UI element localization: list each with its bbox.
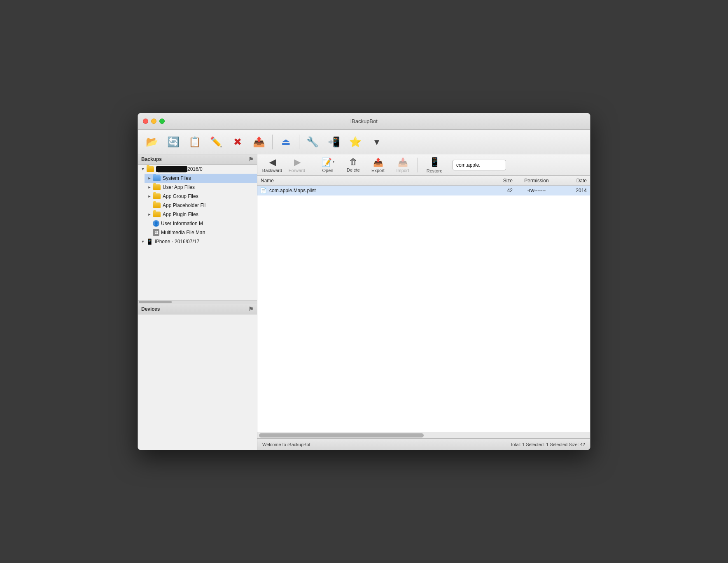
open-folder-button[interactable]: 📂 (142, 132, 162, 152)
sidebar-item-system-files[interactable]: ► System Files (145, 174, 257, 183)
file-table: Name Size Permission Date 📄 com.apple.Ma… (257, 176, 590, 438)
folder-yellow-icon-app-group (153, 193, 161, 200)
forward-button[interactable]: ▶ Forward (285, 157, 308, 173)
pencil-button[interactable]: ✏️ (206, 132, 226, 152)
maximize-button[interactable] (159, 119, 165, 124)
open-file-icon: 📝 (322, 157, 332, 167)
col-header-size: Size (491, 178, 516, 184)
transfer-button[interactable]: 📤 (249, 132, 269, 152)
content-sep-1 (312, 158, 312, 172)
devices-label: Devices (141, 306, 160, 312)
pencil-icon: ✏️ (210, 137, 222, 147)
backups-label: Backups (141, 156, 162, 162)
user-app-files-label: User App Files (163, 184, 195, 190)
more-button[interactable]: ▾ (367, 132, 387, 152)
file-table-header: Name Size Permission Date (257, 176, 590, 186)
forward-arrow-icon: ▶ (294, 157, 300, 167)
table-row[interactable]: 📄 com.apple.Maps.plist 42 -rw------- 201… (257, 186, 590, 195)
open-label: Open (322, 168, 334, 173)
disclosure-backup1: ▼ (140, 166, 146, 172)
status-right: Total: 1 Selected: 1 Selected Size: 42 (510, 442, 585, 447)
window-controls (143, 119, 165, 124)
file-permission: -rw------- (516, 188, 557, 193)
refresh-icon: 🔄 (167, 137, 180, 147)
app-plugin-files-label: App Plugin Files (163, 212, 198, 217)
transfer-icon: 📤 (253, 137, 265, 147)
pin-icon[interactable]: ⚑ (248, 156, 254, 163)
export-icon: 📤 (373, 157, 383, 167)
sidebar-item-app-group-files[interactable]: ► App Group Files (145, 192, 257, 201)
main-area: Backups ⚑ ▼ ████████ 2016/0 ► (138, 154, 590, 450)
copy-button[interactable]: 📋 (185, 132, 205, 152)
devices-area (138, 314, 257, 450)
open-button[interactable]: 📝 ▾ Open (315, 157, 340, 173)
folder-yellow-icon (146, 166, 154, 172)
backward-label: Backward (262, 168, 282, 173)
eject-icon: ⏏ (281, 137, 291, 147)
export-label: Export (371, 168, 385, 173)
sidebar-item-app-placeholder-files[interactable]: ► App Placeholder Fil (145, 201, 257, 210)
import-button[interactable]: 📥 Import (391, 157, 414, 173)
refresh-button[interactable]: 🔄 (163, 132, 183, 152)
statusbar: Welcome to iBackupBot Total: 1 Selected:… (257, 438, 590, 450)
sidebar-item-user-information[interactable]: ► 👤 User Information M (145, 219, 257, 228)
favorites-button[interactable]: ⭐ (345, 132, 365, 152)
delete-content-button[interactable]: 🗑 Delete (342, 157, 365, 172)
folder-blue-icon-system (153, 175, 161, 181)
app-group-files-label: App Group Files (163, 193, 198, 199)
disclosure-app-group-files: ► (146, 193, 153, 200)
col-header-name: Name (257, 178, 491, 184)
media-icon: 🖼 (153, 229, 159, 236)
devices-pin-icon[interactable]: ⚑ (248, 306, 254, 312)
sidebar-scrollbar[interactable] (138, 300, 257, 304)
copy-icon: 📋 (189, 137, 201, 147)
disclosure-user-app-files: ► (146, 184, 153, 191)
titlebar: iBackupBot (138, 113, 590, 130)
tools-button[interactable]: 🔧 (303, 132, 322, 152)
content-sep-2 (418, 158, 418, 172)
close-button[interactable] (143, 119, 148, 124)
user-information-label: User Information M (161, 221, 203, 226)
restore-icon: 📱 (429, 157, 440, 168)
backups-section-header: Backups ⚑ (138, 154, 257, 165)
sidebar-item-app-plugin-files[interactable]: ► App Plugin Files (145, 210, 257, 219)
eject-button[interactable]: ⏏ (276, 132, 296, 152)
folder-yellow-icon-user-app (153, 184, 161, 191)
chevron-down-icon: ▾ (374, 137, 379, 147)
delete-label: Delete (347, 168, 360, 172)
sidebar-item-backup1[interactable]: ▼ ████████ 2016/0 (138, 165, 257, 174)
disclosure-system-files: ► (146, 175, 153, 181)
main-window: iBackupBot 📂 🔄 📋 ✏️ ✖ 📤 ⏏ 🔧 📲 (138, 113, 590, 450)
sidebar-item-iphone[interactable]: ▼ 📱 iPhone - 2016/07/17 (138, 237, 257, 246)
col-header-permission: Permission (516, 178, 557, 184)
sidebar-item-multimedia-files[interactable]: ► 🖼 Multimedia File Man (145, 228, 257, 237)
status-left: Welcome to iBackupBot (262, 442, 310, 447)
content-scrollbar[interactable] (257, 432, 590, 438)
install-button[interactable]: 📲 (324, 132, 344, 152)
export-button[interactable]: 📤 Export (366, 157, 390, 173)
content-scroll-thumb[interactable] (259, 433, 424, 437)
content-toolbar: ◀ Backward ▶ Forward 📝 ▾ Open 🗑 (257, 154, 590, 176)
minimize-button[interactable] (151, 119, 156, 124)
file-icon: 📄 (260, 187, 267, 194)
sidebar-item-user-app-files[interactable]: ► User App Files (145, 183, 257, 192)
content-area: ◀ Backward ▶ Forward 📝 ▾ Open 🗑 (257, 154, 590, 450)
toolbar-separator-2 (299, 135, 299, 149)
folder-yellow-icon-placeholder (153, 202, 161, 209)
delete-file-icon: 🗑 (349, 157, 357, 167)
delete-toolbar-button[interactable]: ✖ (228, 132, 247, 152)
devices-section-header: Devices ⚑ (138, 304, 257, 314)
file-size: 42 (491, 188, 516, 193)
open-dropdown-icon: ▾ (333, 160, 334, 164)
restore-label: Restore (427, 168, 443, 173)
toolbar-separator-1 (272, 135, 273, 149)
tools-icon: 🔧 (306, 137, 319, 147)
path-input[interactable] (453, 160, 506, 170)
file-name: com.apple.Maps.plist (269, 188, 491, 193)
sidebar-scroll-thumb[interactable] (139, 301, 172, 303)
backward-button[interactable]: ◀ Backward (261, 157, 284, 173)
main-toolbar: 📂 🔄 📋 ✏️ ✖ 📤 ⏏ 🔧 📲 ⭐ ▾ (138, 130, 590, 154)
import-label: Import (396, 168, 409, 173)
app-placeholder-label: App Placeholder Fil (163, 202, 205, 208)
restore-button[interactable]: 📱 Restore (421, 157, 448, 173)
